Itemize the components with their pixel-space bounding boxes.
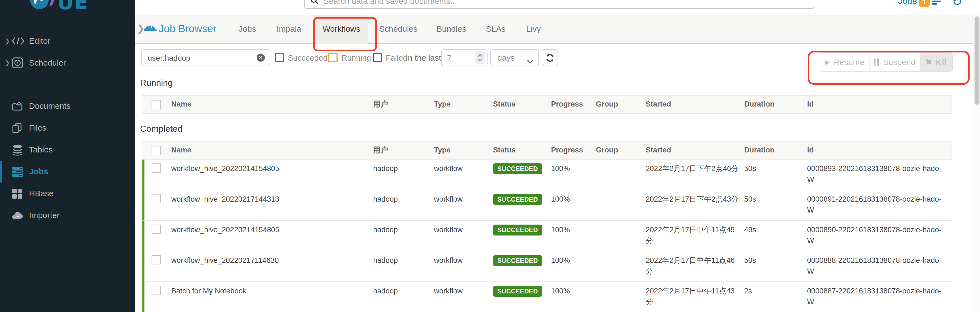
clear-filter-icon[interactable]: ✕ [257, 54, 265, 62]
failed-checkbox-box[interactable] [372, 53, 382, 62]
column-header[interactable]: Group [596, 145, 646, 156]
table-row[interactable]: workflow_hive_20220214154805hadoopworkfl… [142, 160, 952, 190]
tab-impala[interactable]: Impala [277, 15, 301, 43]
job-type: workflow [434, 221, 493, 240]
row-checkbox[interactable] [151, 163, 161, 173]
row-checkbox[interactable] [151, 255, 161, 264]
job-name[interactable]: Batch for My Notebook [171, 282, 373, 301]
tab-workflows[interactable]: Workflows [315, 15, 368, 43]
job-filter-input[interactable]: user:hadoop ✕ [141, 49, 270, 66]
hue-logo[interactable]: UE [29, 0, 94, 19]
column-header[interactable]: Status [493, 145, 551, 156]
jobs-count-badge[interactable]: 1 [919, 0, 930, 7]
sidebar-item-importer[interactable]: Importer [0, 204, 135, 226]
kill-button[interactable]: ✖ Kill [920, 52, 953, 71]
column-header[interactable]: Progress [551, 145, 596, 156]
sidebar-item-editor[interactable]: ❯ Editor [0, 30, 135, 52]
row-checkbox[interactable] [151, 286, 161, 295]
column-header[interactable]: Started [646, 99, 744, 110]
tab-schedules[interactable]: Schedules [379, 15, 417, 43]
sidebar-item-documents[interactable]: Documents [0, 95, 135, 117]
status-badge: SUCCEEDED [493, 194, 542, 205]
job-name[interactable]: workflow_hive_20220217144313 [171, 190, 373, 209]
stepper-arrows-icon[interactable] [476, 51, 485, 64]
table-row[interactable]: Batch for My NotebookhadoopworkflowSUCCE… [142, 282, 952, 312]
sidebar-item-hbase[interactable]: HBase [0, 182, 135, 204]
column-header[interactable]: Duration [744, 145, 807, 156]
row-checkbox[interactable] [151, 225, 161, 234]
succeeded-label: Succeeded [288, 53, 328, 62]
column-header[interactable]: Progress [551, 99, 596, 110]
running-checkbox-box[interactable] [328, 53, 337, 62]
running-section-heading: Running [140, 78, 173, 88]
files-copy-icon [12, 122, 24, 134]
tab-livy[interactable]: Livy [526, 15, 541, 43]
sidebar-item-label: Documents [29, 95, 71, 117]
days-count-stepper[interactable]: 7 [441, 49, 488, 66]
job-duration: 2s [744, 282, 807, 301]
page-title: Job Browser [159, 15, 216, 43]
chevron-down-icon [527, 56, 533, 66]
job-group [596, 282, 646, 290]
suspend-button[interactable]: Suspend [869, 52, 920, 71]
resume-label: Resume [834, 57, 864, 67]
column-header[interactable]: Id [807, 145, 951, 156]
sidebar-item-jobs[interactable]: Jobs [0, 161, 135, 182]
history-icon[interactable] [953, 0, 962, 8]
table-row[interactable]: workflow_hive_20220217114630hadoopworkfl… [142, 251, 952, 282]
column-header[interactable]: Type [434, 99, 493, 110]
column-header[interactable]: Status [493, 99, 551, 110]
jobs-link[interactable]: Jobs [898, 0, 917, 5]
column-header[interactable]: Started [646, 145, 744, 156]
succeeded-checkbox-box[interactable] [275, 53, 284, 62]
job-started: 2022年2月17日下午2点43分 [646, 190, 744, 209]
database-icon [12, 144, 24, 156]
column-header[interactable]: 用户 [373, 99, 434, 110]
job-name[interactable]: workflow_hive_20220214154805 [171, 221, 373, 240]
status-badge: SUCCEEDED [493, 286, 542, 297]
column-header[interactable]: Id [807, 99, 951, 110]
column-header[interactable]: 用户 [373, 145, 434, 156]
column-header[interactable]: Type [434, 145, 493, 156]
column-header[interactable]: Duration [744, 99, 807, 110]
sidebar-item-tables[interactable]: Tables [0, 139, 135, 161]
table-row[interactable]: workflow_hive_20220214154805hadoopworkfl… [142, 221, 952, 251]
refresh-button[interactable] [542, 49, 558, 66]
completed-section-heading: Completed [140, 124, 183, 134]
vertical-scrollbar[interactable] [973, 15, 980, 312]
tab-jobs[interactable]: Jobs [239, 15, 256, 43]
select-all-checkbox[interactable] [151, 100, 161, 109]
job-name[interactable]: workflow_hive_20220214154805 [171, 160, 373, 179]
job-name[interactable]: workflow_hive_20220217114630 [171, 251, 373, 271]
scrollbar-thumb[interactable] [975, 16, 980, 105]
tab-bundles[interactable]: Bundles [437, 15, 466, 43]
job-id: 0000888-220216183138078-oozie-hado-W [807, 251, 951, 281]
job-started: 2022年2月17日中午11点46分 [646, 251, 744, 281]
sidebar-item-scheduler[interactable]: ❯ Scheduler [0, 52, 135, 74]
main-content: Search data and saved documents... Jobs … [135, 0, 980, 312]
resume-button[interactable]: ▶ Resume [820, 52, 869, 71]
column-header[interactable]: Group [596, 99, 646, 110]
table-row[interactable]: workflow_hive_20220217144313hadoopworkfl… [142, 190, 952, 221]
filter-failed-checkbox[interactable]: Failed [372, 49, 407, 66]
job-status-cell: SUCCEEDED [493, 251, 551, 271]
sidebar-item-files[interactable]: Files [0, 117, 135, 139]
filter-succeeded-checkbox[interactable]: Succeeded [275, 49, 328, 66]
jobs-list-icon[interactable] [932, 0, 941, 7]
tab-slas[interactable]: SLAs [486, 15, 506, 43]
x-icon: ✖ [926, 58, 932, 66]
job-progress: 100% [551, 190, 596, 209]
row-checkbox[interactable] [151, 194, 161, 203]
column-header[interactable]: Name [171, 99, 373, 110]
column-header[interactable]: Name [171, 145, 373, 156]
sidebar: UE ❯ Editor ❯ Scheduler Documents [0, 0, 135, 312]
select-all-checkbox[interactable] [151, 146, 161, 155]
job-user: hadoop [373, 160, 434, 179]
completed-jobs-table: Name用户TypeStatusProgressGroupStartedDura… [142, 141, 952, 312]
filter-running-checkbox[interactable]: Running [328, 49, 371, 66]
time-unit-select[interactable]: days [490, 49, 539, 66]
job-group [596, 190, 646, 198]
global-search-input[interactable]: Search data and saved documents... [304, 0, 814, 9]
job-progress: 100% [551, 160, 596, 179]
job-id: 0000887-220216183138078-oozie-hado-W [807, 282, 951, 312]
